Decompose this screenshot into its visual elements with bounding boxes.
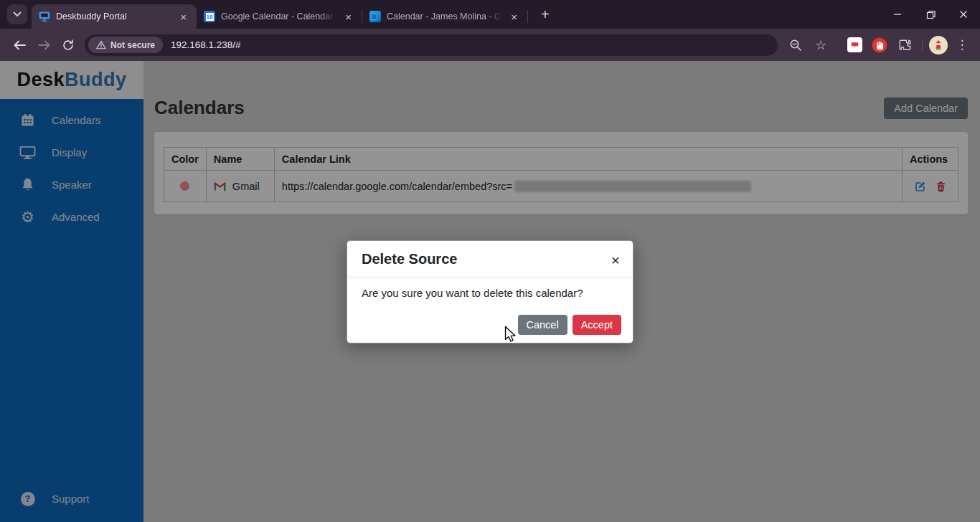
- extension-red-badge-icon: [847, 37, 862, 52]
- close-tab-icon[interactable]: ×: [342, 10, 354, 24]
- tab-title: Deskbuddy Portal: [56, 11, 171, 22]
- tab-search-button[interactable]: [7, 4, 27, 24]
- browser-menu-button[interactable]: ⋮: [951, 34, 973, 56]
- not-secure-label: Not secure: [110, 40, 155, 50]
- minimize-button[interactable]: [881, 0, 914, 29]
- toolbar-right: ☆: [785, 34, 973, 56]
- avatar-figure-icon: [933, 39, 943, 50]
- zoom-out-icon: [789, 39, 802, 52]
- browser-window: Deskbuddy Portal × 18 Google Calendar - …: [0, 0, 980, 522]
- address-bar[interactable]: Not secure 192.168.1.238/#: [85, 34, 778, 56]
- not-secure-chip[interactable]: Not secure: [88, 37, 163, 53]
- favicon-date-text: 18: [206, 13, 214, 21]
- google-calendar-favicon: 18: [204, 11, 215, 22]
- forward-icon: [38, 40, 50, 50]
- extensions-button[interactable]: [894, 34, 915, 56]
- monitor-favicon: [39, 11, 50, 22]
- page-content: DeskBuddy: [0, 61, 980, 522]
- kebab-menu-icon: ⋮: [956, 37, 969, 52]
- puzzle-piece-icon: [898, 38, 912, 52]
- profile-avatar[interactable]: [929, 36, 948, 54]
- toolbar-separator: [922, 39, 923, 52]
- restore-icon: [926, 10, 936, 19]
- warning-triangle-icon: [96, 40, 106, 49]
- tab-google-calendar[interactable]: 18 Google Calendar - Calendar set ×: [197, 4, 362, 29]
- outlook-favicon: [369, 11, 381, 22]
- forward-button[interactable]: [32, 33, 56, 57]
- accept-button[interactable]: Accept: [573, 315, 621, 335]
- window-controls: [881, 0, 980, 29]
- reload-button[interactable]: [56, 33, 80, 57]
- modal-header: Delete Source ×: [347, 241, 633, 277]
- close-window-button[interactable]: [947, 0, 980, 29]
- tab-title: Calendar - James Molina - Outl: [387, 11, 502, 22]
- back-button[interactable]: [7, 33, 32, 57]
- url-text: 192.168.1.238/#: [171, 39, 241, 50]
- extension-badge-button[interactable]: [844, 34, 865, 56]
- minimize-icon: [893, 10, 902, 19]
- delete-source-modal: Delete Source × Are you sure you want to…: [347, 240, 633, 343]
- cancel-button[interactable]: Cancel: [518, 315, 567, 335]
- new-tab-button[interactable]: +: [535, 6, 555, 23]
- mouse-cursor: [504, 326, 517, 343]
- back-icon: [14, 40, 26, 50]
- tab-strip: Deskbuddy Portal × 18 Google Calendar - …: [0, 0, 980, 29]
- chevron-down-icon: [13, 11, 22, 17]
- adblocker-button[interactable]: [869, 34, 890, 56]
- restore-button[interactable]: [914, 0, 947, 29]
- tab-separator: [527, 10, 528, 23]
- modal-close-button[interactable]: ×: [608, 251, 623, 269]
- bookmark-button[interactable]: ☆: [810, 34, 831, 56]
- close-icon: [959, 10, 968, 19]
- reload-icon: [62, 39, 74, 51]
- modal-title: Delete Source: [362, 251, 457, 267]
- modal-footer: Cancel Accept: [347, 315, 633, 343]
- stop-hand-icon: [872, 37, 887, 53]
- tab-title: Google Calendar - Calendar set: [221, 11, 336, 22]
- tab-deskbuddy-portal[interactable]: Deskbuddy Portal ×: [32, 4, 197, 29]
- zoom-level-button[interactable]: [785, 34, 806, 56]
- tab-outlook-calendar[interactable]: Calendar - James Molina - Outl ×: [362, 4, 527, 29]
- close-tab-icon[interactable]: ×: [508, 10, 520, 24]
- browser-toolbar: Not secure 192.168.1.238/# ☆: [0, 29, 980, 61]
- bookmark-star-icon: ☆: [815, 37, 826, 53]
- close-tab-icon[interactable]: ×: [177, 10, 189, 24]
- modal-message: Are you sure you want to delete this cal…: [347, 277, 633, 299]
